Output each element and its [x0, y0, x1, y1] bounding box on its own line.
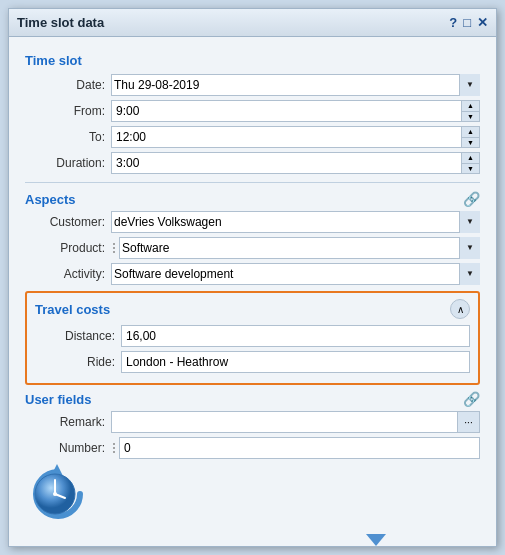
from-up-button[interactable]: ▲	[462, 101, 479, 112]
duration-spin: 3:00 ▲ ▼	[111, 152, 480, 174]
remark-row: Remark: ···	[25, 411, 480, 433]
activity-select-wrapper: Software development	[111, 263, 480, 285]
from-spin: 9:00 ▲ ▼	[111, 100, 480, 122]
customer-row: Customer: deVries Volkswagen	[25, 211, 480, 233]
from-down-button[interactable]: ▼	[462, 112, 479, 122]
activity-control: Software development	[111, 263, 480, 285]
close-button[interactable]: ✕	[477, 15, 488, 30]
distance-row: Distance: 16,00	[35, 325, 470, 347]
svg-point-4	[53, 492, 57, 496]
divider-1	[25, 182, 480, 183]
from-control: 9:00 ▲ ▼	[111, 100, 480, 122]
from-input[interactable]: 9:00	[111, 100, 462, 122]
user-fields-link-icon[interactable]: 🔗	[463, 391, 480, 407]
product-row: Product: Software	[25, 237, 480, 259]
date-select[interactable]: Thu 29-08-2019	[111, 74, 480, 96]
aspects-link-icon[interactable]: 🔗	[463, 191, 480, 207]
product-control: Software	[111, 237, 480, 259]
number-row: Number: 0	[25, 437, 480, 459]
travel-costs-header: Travel costs ∧	[35, 299, 470, 319]
activity-label: Activity:	[25, 267, 105, 281]
date-control: Thu 29-08-2019	[111, 74, 480, 96]
to-down-button[interactable]: ▼	[462, 138, 479, 148]
remark-ellipsis-button[interactable]: ···	[458, 411, 480, 433]
bottom-arrow-indicator	[366, 534, 386, 546]
titlebar: Time slot data ? □ ✕	[9, 9, 496, 37]
ride-row: Ride: London - Heathrow	[35, 351, 470, 373]
maximize-button[interactable]: □	[463, 15, 471, 30]
product-label: Product:	[25, 241, 105, 255]
ride-label: Ride:	[35, 355, 115, 369]
duration-input[interactable]: 3:00	[111, 152, 462, 174]
from-spin-buttons: ▲ ▼	[462, 100, 480, 122]
customer-select[interactable]: deVries Volkswagen	[111, 211, 480, 233]
remark-input[interactable]	[111, 411, 458, 433]
duration-spin-buttons: ▲ ▼	[462, 152, 480, 174]
from-label: From:	[25, 104, 105, 118]
number-drag-handle	[111, 443, 117, 453]
from-row: From: 9:00 ▲ ▼	[25, 100, 480, 122]
to-spin-buttons: ▲ ▼	[462, 126, 480, 148]
product-drag-handle	[111, 243, 117, 253]
to-input[interactable]: 12:00	[111, 126, 462, 148]
customer-label: Customer:	[25, 215, 105, 229]
remark-control: ···	[111, 411, 480, 433]
aspects-header: Aspects 🔗	[25, 191, 480, 207]
clock-icon	[25, 462, 90, 527]
help-button[interactable]: ?	[449, 15, 457, 30]
remark-input-wrapper: ···	[111, 411, 480, 433]
travel-costs-collapse-button[interactable]: ∧	[450, 299, 470, 319]
ride-control: London - Heathrow	[121, 351, 470, 373]
ride-input[interactable]: London - Heathrow	[121, 351, 470, 373]
number-control: 0	[111, 437, 480, 459]
date-row: Date: Thu 29-08-2019	[25, 74, 480, 96]
user-fields-title: User fields	[25, 392, 91, 407]
duration-up-button[interactable]: ▲	[462, 153, 479, 164]
product-select[interactable]: Software	[119, 237, 480, 259]
travel-costs-title: Travel costs	[35, 302, 110, 317]
main-window: Time slot data ? □ ✕ Time slot Date: Thu…	[8, 8, 497, 547]
duration-label: Duration:	[25, 156, 105, 170]
to-row: To: 12:00 ▲ ▼	[25, 126, 480, 148]
user-fields-header: User fields 🔗	[25, 391, 480, 407]
number-input[interactable]: 0	[119, 437, 480, 459]
window-controls: ? □ ✕	[449, 15, 488, 30]
to-spin: 12:00 ▲ ▼	[111, 126, 480, 148]
timeslot-section-title: Time slot	[25, 53, 480, 68]
to-up-button[interactable]: ▲	[462, 127, 479, 138]
distance-label: Distance:	[35, 329, 115, 343]
customer-control: deVries Volkswagen	[111, 211, 480, 233]
date-select-wrapper: Thu 29-08-2019	[111, 74, 480, 96]
clock-decoration	[25, 462, 90, 530]
customer-select-wrapper: deVries Volkswagen	[111, 211, 480, 233]
travel-costs-section: Travel costs ∧ Distance: 16,00 Ride: Lon…	[25, 291, 480, 385]
duration-row: Duration: 3:00 ▲ ▼	[25, 152, 480, 174]
date-label: Date:	[25, 78, 105, 92]
product-select-wrapper: Software	[119, 237, 480, 259]
activity-row: Activity: Software development	[25, 263, 480, 285]
activity-select[interactable]: Software development	[111, 263, 480, 285]
duration-control: 3:00 ▲ ▼	[111, 152, 480, 174]
aspects-section-title: Aspects	[25, 192, 76, 207]
remark-label: Remark:	[25, 415, 105, 429]
to-control: 12:00 ▲ ▼	[111, 126, 480, 148]
distance-control: 16,00	[121, 325, 470, 347]
duration-down-button[interactable]: ▼	[462, 164, 479, 174]
window-title: Time slot data	[17, 15, 104, 30]
distance-input[interactable]: 16,00	[121, 325, 470, 347]
to-label: To:	[25, 130, 105, 144]
number-label: Number:	[25, 441, 105, 455]
